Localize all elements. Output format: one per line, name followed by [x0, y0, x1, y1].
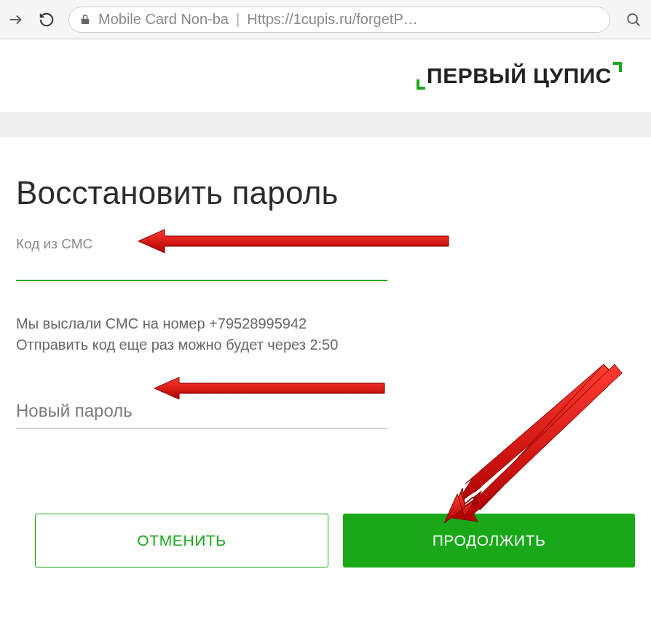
page-title: Восстановить пароль [16, 175, 635, 211]
header-divider [0, 112, 651, 137]
button-row: ОТМЕНИТЬ ПРОДОЛЖИТЬ [16, 514, 635, 568]
site-logo[interactable]: ПЕРВЫЙ ЦУПИС [427, 63, 612, 88]
logo-text: ПЕРВЫЙ ЦУПИС [427, 63, 612, 87]
sms-sent-text: Мы выслали СМС на номер +79528995942 [16, 313, 635, 334]
sms-field: Код из СМС [16, 236, 635, 281]
page: ПЕРВЫЙ ЦУПИС Восстановить пароль Код из … [0, 39, 651, 585]
sms-label: Код из СМС [16, 236, 635, 252]
annotation-arrow-3b [443, 356, 625, 527]
browser-toolbar: Mobile Card Non-ba | Https://1cupis.ru/f… [0, 0, 651, 39]
svg-marker-9 [449, 364, 622, 522]
address-separator: | [236, 11, 240, 28]
continue-button[interactable]: ПРОДОЛЖИТЬ [343, 514, 635, 568]
cancel-label: ОТМЕНИТЬ [137, 532, 226, 549]
page-url: Https://1cupis.ru/forgetP… [247, 11, 418, 28]
new-password-field [16, 396, 387, 429]
svg-marker-7 [452, 364, 612, 514]
svg-point-1 [628, 14, 637, 23]
annotation-arrow-3 [448, 360, 615, 520]
new-password-input[interactable] [16, 396, 387, 429]
logo-bracket-bl [417, 79, 425, 90]
sms-helper: Мы выслали СМС на номер +79528995942 Отп… [16, 313, 635, 356]
svg-marker-6 [451, 488, 480, 516]
content: Восстановить пароль Код из СМС Мы выслал… [0, 137, 651, 585]
page-title-addr: Mobile Card Non-ba [98, 11, 229, 28]
cancel-button[interactable]: ОТМЕНИТЬ [35, 514, 328, 568]
sms-resend-text: Отправить код еще раз можно будет через … [16, 334, 635, 356]
address-bar[interactable]: Mobile Card Non-ba | Https://1cupis.ru/f… [68, 7, 610, 33]
svg-line-2 [636, 22, 639, 25]
svg-marker-5 [455, 364, 612, 506]
sms-code-input[interactable] [16, 255, 387, 281]
search-icon[interactable] [623, 9, 644, 30]
continue-label: ПРОДОЛЖИТЬ [433, 532, 546, 549]
lock-icon [79, 14, 91, 25]
site-header: ПЕРВЫЙ ЦУПИС [0, 39, 651, 112]
forward-icon[interactable] [7, 11, 25, 28]
reload-icon[interactable] [38, 11, 55, 28]
logo-bracket-tr [613, 62, 622, 72]
